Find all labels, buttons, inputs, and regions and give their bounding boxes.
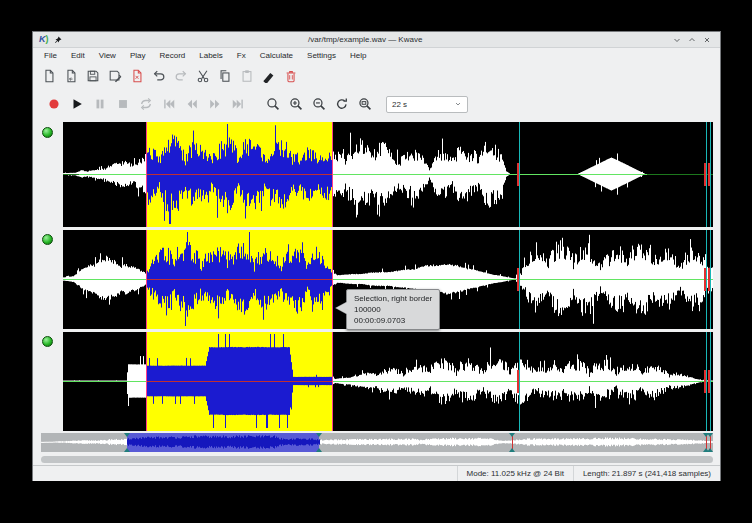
menu-bar: FileEditViewPlayRecordLabelsFxCalculateS… bbox=[33, 48, 720, 63]
kwave-window: K) /var/tmp/example.wav — Kwave FileEdit… bbox=[32, 31, 721, 481]
menu-item-edit[interactable]: Edit bbox=[64, 48, 92, 63]
file-toolbar bbox=[33, 63, 720, 89]
selection-tooltip: Selection, right border 100000 00:00:09.… bbox=[346, 289, 440, 330]
stop-button[interactable] bbox=[111, 92, 134, 116]
menu-item-record[interactable]: Record bbox=[152, 48, 192, 63]
pause-button[interactable] bbox=[88, 92, 111, 116]
chevron-down-icon bbox=[454, 100, 462, 108]
menu-item-help[interactable]: Help bbox=[343, 48, 373, 63]
zoom-100-button[interactable] bbox=[353, 92, 376, 116]
copy-button[interactable] bbox=[214, 66, 235, 87]
rewind-button[interactable] bbox=[180, 92, 203, 116]
menu-item-fx[interactable]: Fx bbox=[230, 48, 253, 63]
close-button[interactable] bbox=[699, 33, 714, 47]
file-open-button[interactable] bbox=[60, 66, 81, 87]
loop-button[interactable] bbox=[134, 92, 157, 116]
undo-button[interactable] bbox=[148, 66, 169, 87]
forward-button[interactable] bbox=[203, 92, 226, 116]
menu-item-settings[interactable]: Settings bbox=[300, 48, 343, 63]
zoom-out-button[interactable] bbox=[307, 92, 330, 116]
menu-item-labels[interactable]: Labels bbox=[192, 48, 230, 63]
file-save-as-button[interactable] bbox=[104, 66, 125, 87]
play-button[interactable] bbox=[65, 92, 88, 116]
zoom-time-select[interactable]: 22 s bbox=[386, 96, 468, 113]
tooltip-line-3: 00:00:09.0703 bbox=[354, 315, 432, 326]
zoom-selection-button[interactable] bbox=[261, 92, 284, 116]
signal-overview[interactable] bbox=[41, 433, 713, 452]
menu-item-calculate[interactable]: Calculate bbox=[253, 48, 300, 63]
title-bar[interactable]: K) /var/tmp/example.wav — Kwave bbox=[33, 32, 720, 48]
track-2-enable-led[interactable] bbox=[42, 234, 53, 245]
status-length: Length: 21.897 s (241,418 samples) bbox=[573, 466, 720, 481]
skip-end-button[interactable] bbox=[226, 92, 249, 116]
zoom-in-button[interactable] bbox=[284, 92, 307, 116]
tooltip-line-1: Selection, right border bbox=[354, 293, 432, 304]
kwave-logo-icon: K) bbox=[39, 35, 49, 44]
playback-toolbar: 22 s bbox=[33, 89, 720, 119]
track-3-enable-led[interactable] bbox=[42, 336, 53, 347]
status-mode: Mode: 11.025 kHz @ 24 Bit bbox=[457, 466, 573, 481]
paste-button[interactable] bbox=[236, 66, 257, 87]
file-new-button[interactable] bbox=[38, 66, 59, 87]
zoom-time-value: 22 s bbox=[392, 100, 407, 109]
pin-icon[interactable] bbox=[54, 36, 62, 44]
skip-back-button[interactable] bbox=[157, 92, 180, 116]
horizontal-scrollbar[interactable] bbox=[41, 456, 713, 463]
menu-item-view[interactable]: View bbox=[92, 48, 123, 63]
record-button[interactable] bbox=[42, 92, 65, 116]
track-3-waveform[interactable] bbox=[63, 332, 713, 431]
file-save-button[interactable] bbox=[82, 66, 103, 87]
file-close-button[interactable] bbox=[126, 66, 147, 87]
window-title: /var/tmp/example.wav — Kwave bbox=[62, 35, 670, 44]
redo-button[interactable] bbox=[170, 66, 191, 87]
cut-button[interactable] bbox=[192, 66, 213, 87]
track-1-enable-led[interactable] bbox=[42, 127, 53, 138]
tooltip-arrow-left-icon bbox=[336, 302, 347, 314]
menu-item-play[interactable]: Play bbox=[123, 48, 153, 63]
zoom-all-button[interactable] bbox=[330, 92, 353, 116]
status-bar: Mode: 11.025 kHz @ 24 Bit Length: 21.897… bbox=[33, 465, 720, 481]
eraser-button[interactable] bbox=[258, 66, 279, 87]
minimize-button[interactable] bbox=[669, 33, 684, 47]
track-1-waveform[interactable] bbox=[63, 122, 713, 227]
transport-buttons bbox=[42, 92, 249, 116]
tooltip-line-2: 100000 bbox=[354, 304, 432, 315]
maximize-button[interactable] bbox=[684, 33, 699, 47]
menu-item-file[interactable]: File bbox=[37, 48, 64, 63]
zoom-buttons bbox=[261, 92, 376, 116]
delete-button[interactable] bbox=[280, 66, 301, 87]
